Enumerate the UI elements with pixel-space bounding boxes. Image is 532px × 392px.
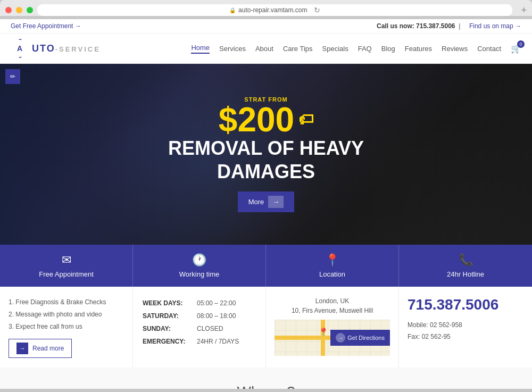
appointment-item-1: Free Diagnosis & Brake Checks [9, 296, 124, 308]
read-more-button[interactable]: → Read more [9, 339, 72, 358]
hero-price: $200 🏷 [168, 103, 364, 137]
location-address: London, UK 10, Firs Avenue, Muswell Hill [275, 296, 390, 315]
appointment-item-3: Expect free call from us [9, 321, 124, 333]
nav-contact[interactable]: Contact [477, 45, 501, 53]
nav-care-tips[interactable]: Care Tips [283, 45, 313, 53]
info-working-time[interactable]: 🕐 Working time [133, 245, 266, 287]
logo[interactable]: A UTO-SERVICE [11, 39, 101, 58]
hero-edit-button[interactable]: ✏ [5, 69, 20, 84]
cart-icon[interactable]: 🛒 0 [511, 44, 521, 54]
schedule-weekdays: WEEK DAYS: 05:00 – 22:00 [143, 297, 256, 309]
mobile-info: Mobile: 02 562-958 [408, 320, 523, 331]
weekdays-hours: 05:00 – 22:00 [197, 297, 256, 309]
maximize-dot[interactable] [27, 7, 33, 13]
schedule-saturday: SATURDAY: 08:00 – 18:00 [143, 310, 256, 322]
info-hotline-label: 24hr Hotline [404, 270, 527, 278]
nav-reviews[interactable]: Reviews [442, 45, 468, 53]
url-text: auto-repair.vamtam.com [238, 6, 307, 14]
location-details: London, UK 10, Firs Avenue, Muswell Hill… [266, 287, 399, 368]
price-tag-icon: 🏷 [298, 112, 313, 127]
nav-faq[interactable]: FAQ [358, 45, 372, 53]
phone-number-top: 715.387.5006 [416, 22, 455, 30]
close-dot[interactable] [5, 7, 12, 13]
website-content: Get Free Appointment → Call us now: 715.… [0, 19, 532, 389]
map-pin-icon: 📍 [318, 327, 329, 337]
nav-services[interactable]: Services [219, 45, 246, 53]
details-section: Free Diagnosis & Brake Checks Message wi… [0, 287, 532, 368]
more-arrow: → [268, 196, 284, 208]
logo-name: UTO-SERVICE [32, 43, 101, 54]
hotline-contact-info: Mobile: 02 562-958 Fax: 02 562-95 [408, 320, 523, 343]
schedule-table: WEEK DAYS: 05:00 – 22:00 SATURDAY: 08:00… [142, 296, 257, 348]
free-appointment-link[interactable]: Get Free Appointment → [11, 22, 81, 30]
emergency-label: EMERGENCY: [143, 336, 196, 347]
schedule-emergency: EMERGENCY: 24HR / 7DAYS [143, 336, 256, 347]
phone-icon: 📞 [404, 253, 527, 267]
info-working-time-label: Working time [138, 270, 260, 278]
why-us-section: Why us? [0, 368, 532, 389]
fax-info: Fax: 02 562-95 [408, 331, 523, 343]
saturday-label: SATURDAY: [143, 310, 196, 322]
nav-about[interactable]: About [255, 45, 273, 53]
lock-icon: 🔒 [229, 7, 236, 13]
main-nav: Home Services About Care Tips Specials F… [191, 44, 521, 54]
top-bar: Get Free Appointment → Call us now: 715.… [0, 19, 532, 34]
hotline-number: 715.387.5006 [408, 296, 523, 313]
nav-blog[interactable]: Blog [381, 45, 395, 53]
refresh-button[interactable]: ↻ [314, 6, 320, 14]
info-hotline[interactable]: 📞 24hr Hotline [399, 245, 532, 287]
clock-icon: 🕐 [138, 253, 260, 267]
info-location-label: Location [271, 270, 393, 278]
logo-letter: A [17, 44, 23, 53]
call-label: Call us now: [377, 22, 414, 30]
sunday-label: SUNDAY: [143, 323, 196, 335]
get-directions-button[interactable]: → Get Directions [330, 330, 390, 346]
logo-hex: A [11, 39, 30, 58]
hero-section: ✏ STRAT FROM $200 🏷 REMOVAL OF HEAVY DAM… [0, 64, 532, 245]
hero-more-button[interactable]: More → [238, 191, 295, 212]
info-location[interactable]: 📍 Location [266, 245, 399, 287]
appointment-item-2: Message with photo and video [9, 308, 124, 321]
browser-chrome: 🔒 auto-repair.vamtam.com ↻ + [0, 0, 532, 16]
minimize-dot[interactable] [16, 7, 22, 13]
appointment-details: Free Diagnosis & Brake Checks Message wi… [0, 287, 133, 368]
address-bar[interactable]: 🔒 auto-repair.vamtam.com ↻ [37, 4, 512, 16]
emergency-hours: 24HR / 7DAYS [197, 336, 256, 347]
read-more-arrow-icon: → [16, 343, 28, 354]
header: A UTO-SERVICE Home Services About Care T… [0, 34, 532, 64]
info-appointment[interactable]: ✉ Free Appointment [0, 245, 133, 287]
hero-title: REMOVAL OF HEAVY DAMAGES [168, 137, 364, 182]
location-pin-icon: 📍 [271, 253, 393, 267]
directions-arrow-icon: → [336, 333, 345, 343]
hotline-details: 715.387.5006 Mobile: 02 562-958 Fax: 02 … [399, 287, 532, 368]
info-bar: ✉ Free Appointment 🕐 Working time 📍 Loca… [0, 245, 532, 287]
weekdays-label: WEEK DAYS: [143, 297, 196, 309]
appointment-list: Free Diagnosis & Brake Checks Message wi… [9, 296, 124, 332]
map-road-vertical [321, 320, 325, 356]
nav-features[interactable]: Features [405, 45, 432, 53]
sunday-hours: CLOSED [197, 323, 256, 335]
map-container: 📍 → Get Directions [275, 320, 390, 356]
working-time-details: WEEK DAYS: 05:00 – 22:00 SATURDAY: 08:00… [133, 287, 266, 368]
nav-home[interactable]: Home [191, 44, 210, 54]
saturday-hours: 08:00 – 18:00 [197, 310, 256, 322]
envelope-icon: ✉ [5, 253, 127, 267]
info-appointment-label: Free Appointment [5, 270, 127, 278]
hero-content: STRAT FROM $200 🏷 REMOVAL OF HEAVY DAMAG… [168, 96, 364, 212]
schedule-sunday: SUNDAY: CLOSED [143, 323, 256, 335]
new-tab-button[interactable]: + [521, 5, 527, 16]
find-on-map-link[interactable]: Find us on map → [469, 22, 521, 30]
cart-badge: 0 [517, 40, 525, 48]
nav-specials[interactable]: Specials [322, 45, 348, 53]
why-us-title: Why us? [11, 383, 521, 389]
